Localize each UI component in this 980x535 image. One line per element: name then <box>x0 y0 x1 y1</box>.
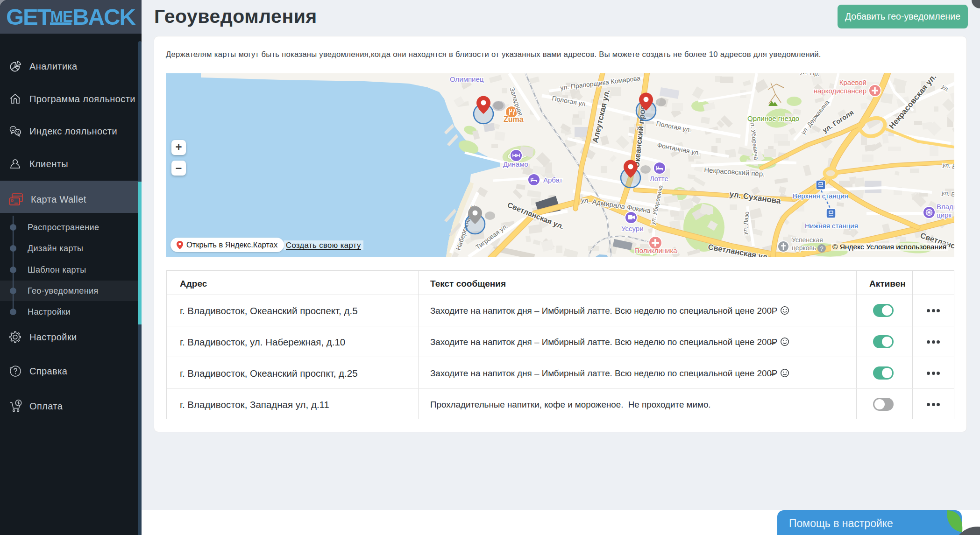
svg-text:Поликлиника: Поликлиника <box>634 246 677 254</box>
svg-text:Zuma: Zuma <box>504 115 524 123</box>
svg-text:Уссури: Уссури <box>621 225 644 232</box>
svg-text:?: ? <box>820 245 823 252</box>
svg-text:Динамо: Динамо <box>503 160 528 168</box>
svg-text:Орлиное гнездо: Орлиное гнездо <box>747 114 799 122</box>
svg-text:цирк: цирк <box>937 211 952 219</box>
svg-text:Нижняя станция: Нижняя станция <box>805 222 858 230</box>
svg-text:Верхняя станция: Верхняя станция <box>793 192 848 200</box>
svg-text:Краевой: Краевой <box>839 78 866 86</box>
svg-text:наркодиспансер: наркодиспансер <box>814 87 866 95</box>
svg-text:Олимпиец: Олимпиец <box>450 75 484 83</box>
svg-text:Владивосто: Владивосто <box>937 203 954 211</box>
svg-text:Арбат: Арбат <box>543 176 563 184</box>
svg-text:церковь: церковь <box>792 244 816 252</box>
svg-text:Успенская: Успенская <box>792 236 823 244</box>
svg-text:Лотте: Лотте <box>650 175 668 183</box>
